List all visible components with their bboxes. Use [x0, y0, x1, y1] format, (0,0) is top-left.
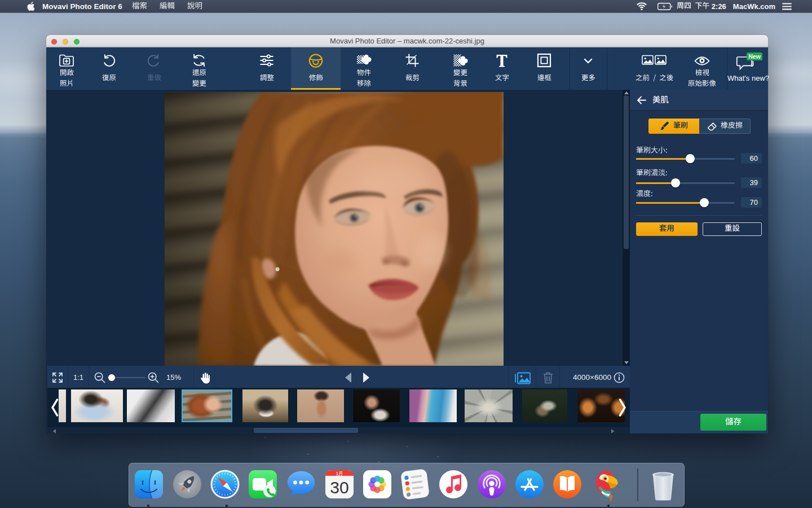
svg-text:1月: 1月 [336, 471, 343, 476]
svg-text:New: New [748, 53, 761, 60]
svg-text:30: 30 [330, 478, 348, 497]
